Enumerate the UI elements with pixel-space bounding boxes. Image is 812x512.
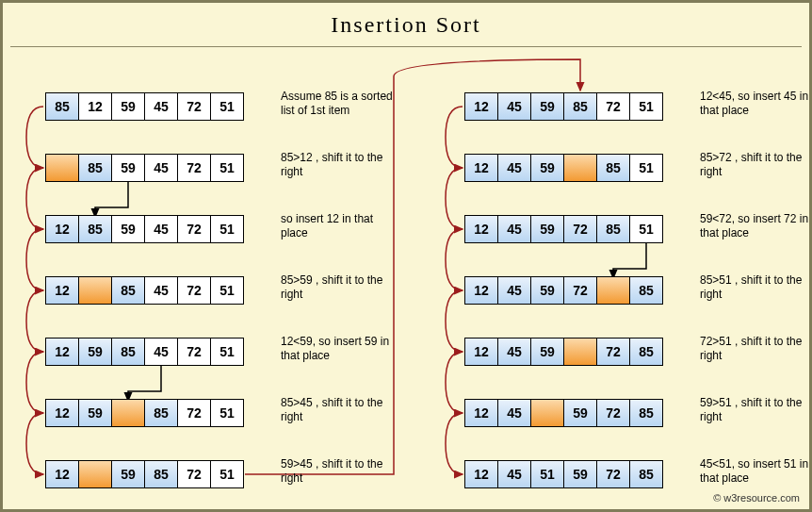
array-cell: 72 bbox=[596, 460, 630, 488]
array-row: 1245598551 bbox=[464, 154, 663, 182]
array-cell: 12 bbox=[464, 338, 498, 366]
array-cell: 12 bbox=[464, 154, 498, 182]
array-cell: 12 bbox=[464, 215, 498, 243]
array-cell: 72 bbox=[177, 276, 211, 305]
credit: © w3resource.com bbox=[713, 492, 800, 504]
array-cell: 72 bbox=[563, 215, 597, 243]
step-description: 85>12 , shift it to the right bbox=[281, 151, 398, 179]
array-cell: 45 bbox=[497, 338, 531, 366]
array-cell bbox=[563, 338, 597, 366]
array-cell: 59 bbox=[563, 460, 597, 488]
array-cell: 72 bbox=[596, 338, 630, 366]
array-cell: 85 bbox=[78, 215, 112, 243]
array-cell: 72 bbox=[177, 215, 211, 243]
step-description: so insert 12 in that place bbox=[281, 212, 398, 240]
array-row: 1285457251 bbox=[45, 276, 244, 305]
array-cell: 45 bbox=[144, 215, 178, 243]
array-cell: 59 bbox=[530, 154, 564, 182]
array-row: 8559457251 bbox=[45, 154, 244, 182]
array-cell: 12 bbox=[45, 215, 79, 243]
array-cell: 12 bbox=[78, 92, 112, 121]
array-row: 1245597285 bbox=[464, 338, 663, 366]
array-cell: 12 bbox=[45, 276, 79, 305]
step-description: 45<51, so insert 51 in that place bbox=[700, 457, 812, 486]
step-description: 72>51 , shift it to the right bbox=[700, 335, 812, 363]
array-cell: 59 bbox=[111, 460, 145, 488]
array-cell bbox=[530, 399, 564, 427]
array-row: 1259857251 bbox=[45, 460, 244, 488]
array-row: 851259457251 bbox=[45, 92, 244, 121]
array-row: 1259857251 bbox=[45, 399, 244, 427]
step-description: 12<45, so insert 45 in that place bbox=[700, 90, 812, 118]
array-cell: 12 bbox=[45, 338, 79, 366]
array-cell: 51 bbox=[210, 154, 244, 182]
array-cell: 59 bbox=[111, 92, 145, 121]
array-cell: 72 bbox=[177, 399, 211, 427]
array-cell: 12 bbox=[464, 92, 498, 121]
step-description: 85>59 , shift it to the right bbox=[281, 273, 398, 302]
array-cell: 85 bbox=[144, 460, 178, 488]
array-cell: 85 bbox=[629, 460, 663, 488]
array-cell: 51 bbox=[210, 460, 244, 488]
array-cell: 51 bbox=[210, 92, 244, 121]
array-cell: 51 bbox=[210, 276, 244, 305]
array-cell: 51 bbox=[629, 92, 663, 121]
array-row: 124551597285 bbox=[464, 460, 663, 488]
array-cell: 85 bbox=[111, 338, 145, 366]
array-cell bbox=[111, 399, 145, 427]
array-cell: 45 bbox=[497, 154, 531, 182]
array-cell: 45 bbox=[497, 399, 531, 427]
array-cell bbox=[78, 460, 112, 488]
array-cell: 72 bbox=[177, 92, 211, 121]
array-row: 124559728551 bbox=[464, 215, 663, 243]
array-cell: 45 bbox=[144, 92, 178, 121]
step-description: 85>51 , shift it to the right bbox=[700, 273, 812, 302]
array-cell: 72 bbox=[596, 92, 630, 121]
array-cell: 51 bbox=[210, 338, 244, 366]
array-cell: 12 bbox=[45, 460, 79, 488]
array-cell: 85 bbox=[144, 399, 178, 427]
array-cell bbox=[78, 276, 112, 305]
step-description: 12<59, so insert 59 in that place bbox=[281, 335, 398, 363]
array-row: 1245597285 bbox=[464, 276, 663, 305]
array-cell: 51 bbox=[210, 399, 244, 427]
array-cell: 51 bbox=[210, 215, 244, 243]
diagram-canvas: Insertion Sort 851259457251Assume 85 is … bbox=[0, 0, 812, 512]
array-cell: 59 bbox=[78, 338, 112, 366]
array-cell: 72 bbox=[177, 154, 211, 182]
array-cell: 85 bbox=[45, 92, 79, 121]
array-cell: 45 bbox=[497, 276, 531, 305]
array-cell: 51 bbox=[530, 460, 564, 488]
arrow-layer bbox=[3, 3, 812, 512]
step-description: 85>45 , shift it to the right bbox=[281, 396, 398, 424]
array-cell: 72 bbox=[177, 460, 211, 488]
array-cell: 51 bbox=[629, 215, 663, 243]
array-cell: 85 bbox=[563, 92, 597, 121]
diagram-title: Insertion Sort bbox=[3, 12, 809, 38]
step-description: 85>72 , shift it to the right bbox=[700, 151, 812, 179]
array-cell: 59 bbox=[111, 154, 145, 182]
array-cell: 45 bbox=[497, 460, 531, 488]
array-cell: 59 bbox=[530, 215, 564, 243]
array-cell: 72 bbox=[177, 338, 211, 366]
array-cell: 12 bbox=[464, 399, 498, 427]
array-cell: 85 bbox=[596, 154, 630, 182]
array-cell: 12 bbox=[45, 399, 79, 427]
step-description: Assume 85 is a sorted list of 1st item bbox=[281, 90, 398, 118]
array-cell bbox=[596, 276, 630, 305]
array-cell: 85 bbox=[629, 399, 663, 427]
array-cell: 85 bbox=[629, 338, 663, 366]
array-cell: 72 bbox=[596, 399, 630, 427]
array-cell: 51 bbox=[629, 154, 663, 182]
title-rule bbox=[10, 46, 802, 47]
array-cell: 12 bbox=[464, 460, 498, 488]
array-cell: 59 bbox=[530, 92, 564, 121]
array-cell: 59 bbox=[111, 215, 145, 243]
array-cell: 85 bbox=[596, 215, 630, 243]
array-cell bbox=[563, 154, 597, 182]
step-description: 59>45 , shift it to the right bbox=[281, 457, 398, 486]
array-cell: 12 bbox=[464, 276, 498, 305]
array-cell: 85 bbox=[111, 276, 145, 305]
array-row: 124559857251 bbox=[464, 92, 663, 121]
array-cell: 45 bbox=[144, 276, 178, 305]
